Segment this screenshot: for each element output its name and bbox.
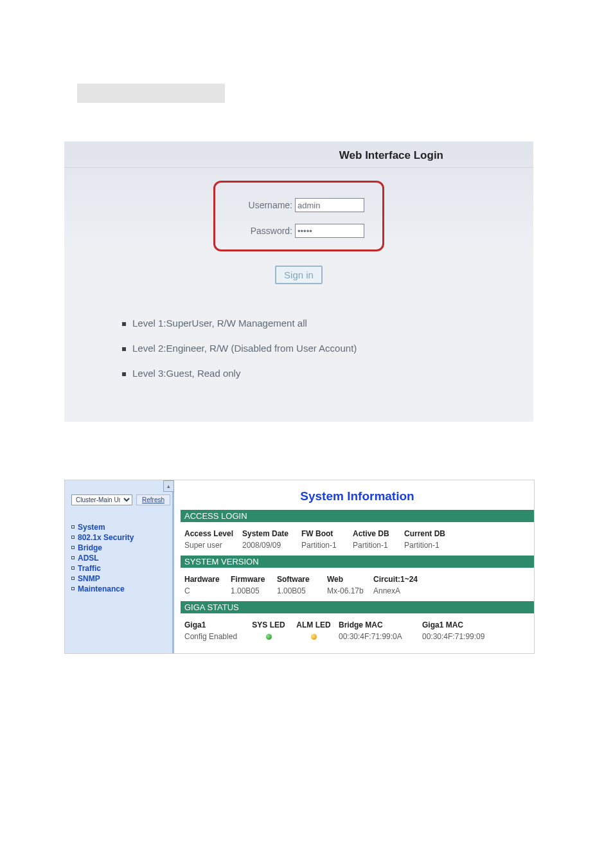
main-content: System Information ACCESS LOGIN Access L…	[174, 480, 534, 653]
bullet-icon	[122, 347, 126, 351]
section-giga-status: GIGA STATUS	[181, 601, 534, 613]
val-alm-led	[292, 632, 339, 641]
val-active-db: Partition-1	[353, 541, 404, 550]
cluster-select[interactable]: Cluster-Main Unit	[71, 494, 132, 505]
val-firmware: 1.00B05	[231, 586, 277, 595]
col-active-db: Active DB	[353, 529, 404, 538]
username-label: Username:	[249, 200, 292, 210]
col-software: Software	[277, 575, 327, 584]
val-giga1-mac: 00:30:4F:71:99:09	[422, 632, 506, 641]
login-panel: Web Interface Login Username: Password: …	[64, 141, 533, 422]
section-system-version: SYSTEM VERSION	[181, 556, 534, 568]
val-current-db: Partition-1	[404, 541, 462, 550]
col-sys-led: SYS LED	[249, 620, 292, 629]
col-fw-boot: FW Boot	[301, 529, 353, 538]
val-software: 1.00B05	[277, 586, 327, 595]
login-title: Web Interface Login	[64, 141, 533, 168]
col-alm-led: ALM LED	[292, 620, 339, 629]
level-item-text: Level 2:Engineer, R/W (Disabled from Use…	[132, 343, 357, 354]
nav-system[interactable]: System	[71, 522, 167, 532]
val-hardware: C	[184, 586, 231, 595]
col-giga1: Giga1	[184, 620, 249, 629]
col-web: Web	[327, 575, 373, 584]
password-input[interactable]	[295, 224, 364, 238]
nav-adsl[interactable]: ADSL	[71, 553, 167, 563]
col-firmware: Firmware	[231, 575, 277, 584]
col-system-date: System Date	[242, 529, 301, 538]
val-web: Mx-06.17b	[327, 586, 373, 595]
val-system-date: 2008/09/09	[242, 541, 301, 550]
system-info-panel: ▴ Cluster-Main Unit Refresh System 802.1…	[64, 480, 535, 654]
signin-button[interactable]: Sign in	[275, 266, 323, 284]
nav-bridge[interactable]: Bridge	[71, 543, 167, 553]
val-fw-boot: Partition-1	[301, 541, 353, 550]
scroll-up-icon[interactable]: ▴	[163, 480, 174, 492]
sidebar: ▴ Cluster-Main Unit Refresh System 802.1…	[65, 480, 174, 653]
nav-snmp[interactable]: SNMP	[71, 574, 167, 584]
col-bridge-mac: Bridge MAC	[339, 620, 422, 629]
col-circuit: Circuit:1~24	[373, 575, 438, 584]
section-access-login: ACCESS LOGIN	[181, 510, 534, 522]
page-title: System Information	[181, 489, 534, 503]
nav-maintenance[interactable]: Maintenance	[71, 584, 167, 594]
val-sys-led	[249, 632, 292, 641]
password-label: Password:	[251, 226, 292, 236]
val-access-level: Super user	[184, 541, 242, 550]
col-giga1-mac: Giga1 MAC	[422, 620, 506, 629]
level-item-text: Level 1:SuperUser, R/W Management all	[132, 318, 307, 329]
col-hardware: Hardware	[184, 575, 231, 584]
login-form-highlight: Username: Password:	[213, 181, 384, 251]
val-giga1: Config Enabled	[184, 632, 249, 641]
val-circuit: AnnexA	[373, 586, 438, 595]
col-access-level: Access Level	[184, 529, 242, 538]
refresh-button[interactable]: Refresh	[136, 494, 170, 505]
val-bridge-mac: 00:30:4F:71:99:0A	[339, 632, 422, 641]
nav-traffic[interactable]: Traffic	[71, 563, 167, 574]
bullet-icon	[122, 372, 126, 376]
led-amber-icon	[311, 634, 317, 640]
col-current-db: Current DB	[404, 529, 462, 538]
placeholder-box	[77, 84, 225, 103]
nav-8021x[interactable]: 802.1x Security	[71, 532, 167, 543]
username-input[interactable]	[295, 198, 364, 212]
level-item-text: Level 3:Guest, Read only	[132, 368, 240, 379]
bullet-icon	[122, 322, 126, 326]
led-green-icon	[266, 634, 272, 640]
level-list: Level 1:SuperUser, R/W Management all Le…	[64, 318, 533, 409]
